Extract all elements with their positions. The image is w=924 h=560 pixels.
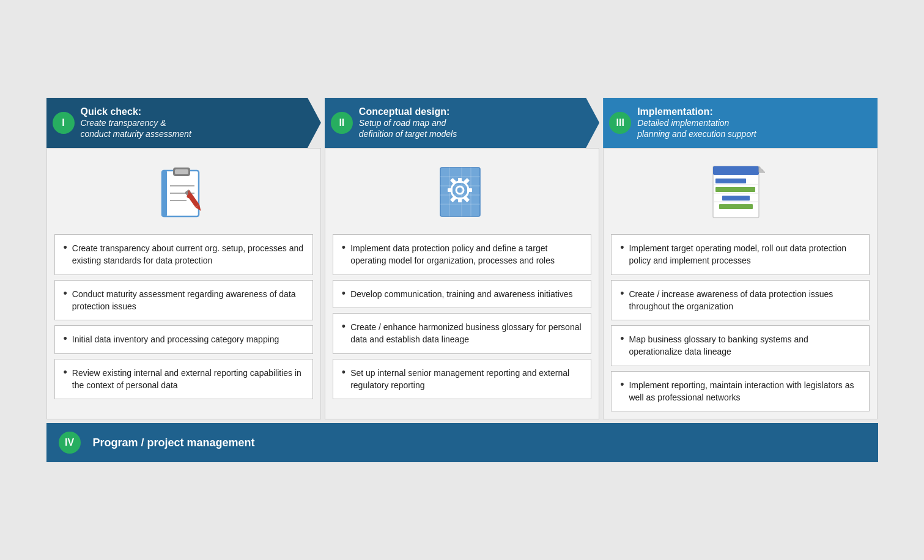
svg-rect-22 [458, 178, 462, 183]
phase-subtitle-2: Setup of road map anddefinition of targe… [359, 117, 457, 139]
col2-item-2: • Develop communication, training and aw… [333, 280, 591, 309]
svg-rect-31 [713, 166, 759, 175]
col3-item-4: • Implement reporting, maintain interact… [611, 371, 870, 412]
phase-header-1: I Quick check: Create transparency &cond… [46, 98, 321, 148]
phase-badge-1: I [53, 112, 75, 134]
gantt-icon [704, 158, 777, 226]
program-management-label: Program / project management [93, 437, 255, 449]
svg-rect-3 [175, 169, 188, 174]
col1-item-2: • Conduct maturity assessment regarding … [54, 280, 313, 321]
phase-header-2: II Conceptual design: Setup of road map … [325, 98, 599, 148]
bottom-badge: IV [59, 432, 81, 454]
svg-rect-1 [162, 171, 167, 216]
content-row: ✓ • Create transparency about current or… [46, 148, 878, 419]
col1-item-4: • Review existing internal and external … [54, 359, 313, 400]
svg-rect-25 [448, 188, 453, 192]
col1-item-1: • Create transparency about current org.… [54, 234, 313, 275]
svg-rect-33 [715, 187, 755, 192]
clipboard-icon: ✓ [147, 158, 220, 226]
column-2: • Implement data protection policy and d… [325, 148, 599, 419]
svg-rect-34 [722, 196, 750, 201]
col3-item-1: • Implement target operating model, roll… [611, 234, 870, 275]
phase-header-text-2: Conceptual design: Setup of road map and… [359, 106, 457, 139]
col3-item-3: • Map business glossary to banking syste… [611, 325, 870, 366]
col2-item-3: • Create / enhance harmonized business g… [333, 313, 591, 354]
bottom-bar: IV Program / project management [46, 423, 878, 462]
col1-item-3: • Initial data inventory and processing … [54, 325, 313, 354]
svg-rect-11 [440, 168, 480, 216]
col2-item-4: • Set up internal senior management repo… [333, 359, 591, 400]
svg-rect-23 [458, 197, 462, 202]
phase-header-text-3: Implementation: Detailed implementationp… [637, 106, 756, 139]
header-row: I Quick check: Create transparency &cond… [46, 98, 878, 148]
col2-item-1: • Implement data protection policy and d… [333, 234, 591, 275]
phase-subtitle-1: Create transparency &conduct maturity as… [81, 117, 191, 139]
phase-title-2: Conceptual design: [359, 106, 457, 117]
col3-item-2: • Create / increase awareness of data pr… [611, 280, 870, 321]
phase-header-text-1: Quick check: Create transparency &conduc… [81, 106, 191, 139]
phase-subtitle-3: Detailed implementationplanning and exec… [637, 117, 756, 139]
column-1: ✓ • Create transparency about current or… [46, 148, 321, 419]
svg-rect-32 [715, 179, 746, 183]
phase-badge-3: III [609, 112, 631, 134]
phase-title-1: Quick check: [81, 106, 191, 117]
main-container: I Quick check: Create transparency &cond… [34, 86, 890, 475]
column-3: • Implement target operating model, roll… [603, 148, 878, 419]
gear-icon [425, 158, 498, 226]
phase-title-3: Implementation: [637, 106, 756, 117]
phase-header-3: III Implementation: Detailed implementat… [603, 98, 878, 148]
svg-rect-24 [467, 188, 472, 192]
phase-badge-2: II [331, 112, 353, 134]
svg-rect-35 [719, 204, 753, 209]
